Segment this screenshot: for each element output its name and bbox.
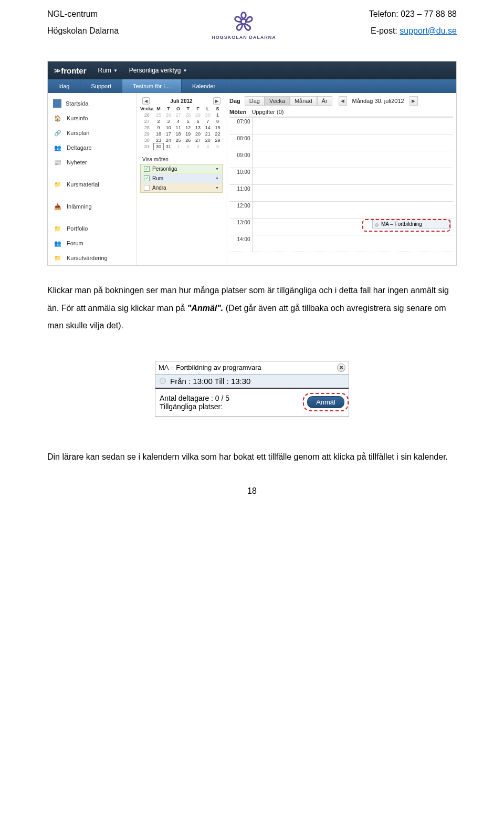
week-number: 26 [140,112,154,118]
menu-rum[interactable]: Rum ▼ [98,67,118,74]
sidebar-item-inlamning[interactable]: 📥 Inlämning [48,199,136,214]
page-number: 18 [0,486,504,496]
chevron-down-icon[interactable]: ▼ [215,177,219,180]
calendar-day[interactable]: 16 [154,131,164,137]
calendar-day[interactable]: 30 [154,143,164,150]
calendar-day[interactable]: 29 [213,137,223,143]
calendar-day[interactable]: 3 [163,118,173,124]
time-slot[interactable] [253,134,453,151]
view-year-button[interactable]: År [317,96,332,106]
week-head: Vecka [140,106,154,112]
calendar-day[interactable]: 19 [183,131,193,137]
chevron-down-icon[interactable]: ▼ [215,186,219,190]
calendar-day[interactable]: 23 [154,137,164,143]
time-slot[interactable] [253,185,453,202]
calendar-day[interactable]: 22 [213,131,223,137]
popup-titlebar: MA – Fortbildning av programvara ✖ [155,361,349,374]
menu-personliga[interactable]: Personliga verktyg ▼ [129,67,187,74]
time-slot[interactable]: MA – Fortbildning [253,219,453,235]
time-slot[interactable] [253,168,453,185]
calendar-day[interactable]: 11 [173,124,183,131]
sidebar-item-deltagare[interactable]: 👥 Deltagare [48,140,136,155]
calendar-day[interactable]: 13 [193,124,203,131]
tab-kalender[interactable]: Kalender [182,79,226,93]
meeting-filter-row[interactable]: Andra▼ [141,183,222,192]
calendar-day[interactable]: 12 [183,124,193,131]
calendar-day[interactable]: 27 [193,137,203,143]
calendar-day[interactable]: 10 [163,124,173,131]
header-email-line: E-post: support@du.se [369,26,457,36]
popup-info: Antal deltagare : 0 / 5 Tillgängliga pla… [155,388,349,416]
view-week-button[interactable]: Vecka [265,96,290,106]
calendar-day[interactable]: 31 [163,143,173,150]
calendar-day[interactable]: 28 [183,112,193,118]
checkbox-icon[interactable] [144,166,150,172]
view-day-button[interactable]: Dag [245,96,265,106]
close-icon[interactable]: ✖ [337,364,345,372]
meeting-filter-row[interactable]: Rum▼ [141,174,222,183]
header-logo: HÖGSKOLAN DALARNA [212,9,276,40]
sidebar-item-forum[interactable]: 👥 Forum [48,236,136,251]
sidebar-item-portfolio[interactable]: 📁 Portfolio [48,221,136,236]
next-day-button[interactable]: ▶ [410,96,418,106]
popup-info-text: Antal deltagare : 0 / 5 Tillgängliga pla… [160,394,229,411]
checkbox-icon[interactable] [144,175,150,181]
next-month-button[interactable]: ▶ [213,97,220,105]
calendar-day[interactable]: 25 [154,112,164,118]
calendar-day[interactable]: 2 [154,118,164,124]
calendar-day[interactable]: 2 [183,143,193,150]
sidebar-item-kursmaterial[interactable]: 📁 Kursmaterial [48,177,136,192]
mini-cal-header: ◀ Juli 2012 ▶ [140,97,223,105]
week-number: 29 [140,131,154,137]
chevron-down-icon[interactable]: ▼ [215,167,219,171]
time-slot[interactable] [253,151,453,168]
sidebar-item-nyheter[interactable]: 📰 Nyheter [48,155,136,170]
calendar-day[interactable]: 4 [173,118,183,124]
calendar-day[interactable]: 15 [213,124,223,131]
link-icon: 🔗 [53,129,62,137]
calendar-day[interactable]: 17 [163,131,173,137]
view-month-button[interactable]: Månad [290,96,317,106]
calendar-day[interactable]: 14 [203,124,213,131]
sidebar-item-kursinfo[interactable]: 🏠 Kursinfo [48,111,136,126]
calendar-day[interactable]: 3 [193,143,203,150]
time-slot[interactable] [253,202,453,219]
header-email-link[interactable]: support@du.se [400,26,457,35]
meeting-filter-row[interactable]: Personliga▼ [141,164,222,174]
tab-idag[interactable]: Idag [48,79,80,93]
calendar-day[interactable]: 7 [203,118,213,124]
calendar-day[interactable]: 28 [203,137,213,143]
calendar-day[interactable]: 25 [173,137,183,143]
calendar-day[interactable]: 24 [163,137,173,143]
calendar-day[interactable]: 8 [213,118,223,124]
sidebar-item-kursutvardering[interactable]: 📁 Kursutvärdering [48,251,136,265]
sidebar-item-startsida[interactable]: Startsida [48,96,136,111]
calendar-day[interactable]: 29 [193,112,203,118]
mini-calendar: VeckaMTOTFLS 262526272829301272345678289… [140,106,223,150]
checkbox-icon[interactable] [144,185,150,191]
tab-support[interactable]: Support [80,79,122,93]
calendar-day[interactable]: 4 [203,143,213,150]
calendar-day[interactable]: 1 [213,112,223,118]
calendar-day[interactable]: 20 [193,131,203,137]
calendar-day[interactable]: 18 [173,131,183,137]
tab-testrum[interactable]: Testrum för I… [122,79,182,93]
people-icon: 👥 [53,143,62,152]
calendar-event[interactable]: MA – Fortbildning [372,220,451,229]
calendar-day[interactable]: 5 [183,118,193,124]
calendar-day[interactable]: 1 [173,143,183,150]
time-slot[interactable] [253,235,453,252]
calendar-day[interactable]: 27 [173,112,183,118]
time-slot[interactable] [253,118,453,134]
calendar-day[interactable]: 9 [154,124,164,131]
calendar-day[interactable]: 26 [183,137,193,143]
calendar-day[interactable]: 6 [193,118,203,124]
calendar-day[interactable]: 26 [163,112,173,118]
calendar-day[interactable]: 21 [203,131,213,137]
header-school: Högskolan Dalarna [47,26,119,36]
sidebar-item-kursplan[interactable]: 🔗 Kursplan [48,126,136,140]
calendar-day[interactable]: 30 [203,112,213,118]
prev-day-button[interactable]: ◀ [339,96,347,106]
prev-month-button[interactable]: ◀ [142,97,150,105]
calendar-day[interactable]: 5 [213,143,223,150]
